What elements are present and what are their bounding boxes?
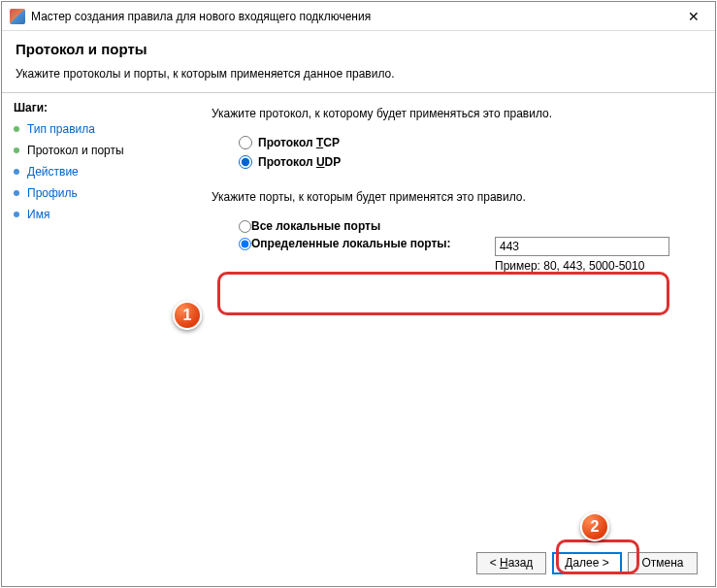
bullet-icon <box>14 212 19 217</box>
radio-all-ports-label: Все локальные порты <box>251 219 380 233</box>
specific-ports-label-col[interactable]: Определенные локальные порты: <box>239 237 477 250</box>
bullet-icon <box>14 169 19 175</box>
page-description: Укажите протоколы и порты, к которым при… <box>16 67 701 81</box>
step-name[interactable]: Имя <box>14 208 180 221</box>
header: Протокол и порты Укажите протоколы и пор… <box>2 31 715 93</box>
radio-udp-label: Протокол UDP <box>258 155 341 169</box>
cancel-button[interactable]: Отмена <box>628 552 698 574</box>
radio-all-ports[interactable] <box>239 220 251 233</box>
steps-panel: Шаги: Тип правила Протокол и порты Дейст… <box>2 93 192 539</box>
close-button[interactable]: ✕ <box>674 3 713 30</box>
next-button[interactable]: Далее >Далее <box>552 552 622 574</box>
step-label: Профиль <box>27 186 78 200</box>
step-profile[interactable]: Профиль <box>14 186 180 200</box>
step-label: Действие <box>27 165 79 179</box>
protocol-radio-group: Протокол TCP Протокол UDP <box>239 136 686 169</box>
radio-specific-ports[interactable] <box>239 238 251 250</box>
bullet-icon <box>14 126 19 132</box>
bullet-icon <box>14 147 19 153</box>
radio-specific-ports-label: Определенные локальные порты: <box>251 237 451 250</box>
window-title: Мастер создания правила для нового входя… <box>31 10 674 23</box>
radio-tcp[interactable] <box>239 136 252 149</box>
radio-tcp-label: Протокол TCP <box>258 136 340 149</box>
wizard-window: Мастер создания правила для нового входя… <box>1 1 716 587</box>
body: Шаги: Тип правила Протокол и порты Дейст… <box>2 93 715 539</box>
step-action[interactable]: Действие <box>14 165 180 179</box>
footer: < ННазадазад Далее >Далее Отмена <box>2 539 715 586</box>
ports-prompt: Укажите порты, к которым будет применятс… <box>212 190 686 204</box>
ports-radio-group: Все локальные порты Определенные локальн… <box>239 219 686 273</box>
page-title: Протокол и порты <box>16 41 701 57</box>
radio-udp[interactable] <box>239 155 252 169</box>
annotation-badge-2: 2 <box>580 512 609 541</box>
radio-tcp-row[interactable]: Протокол TCP <box>239 136 686 149</box>
port-input[interactable] <box>495 237 669 256</box>
step-protocol-ports[interactable]: Протокол и порты <box>14 144 180 157</box>
radio-all-ports-row[interactable]: Все локальные порты <box>239 219 686 233</box>
radio-specific-ports-row: Определенные локальные порты: Пример: 80… <box>239 237 686 273</box>
step-label: Имя <box>27 208 49 221</box>
bullet-icon <box>14 190 19 196</box>
firewall-icon <box>10 9 25 24</box>
port-example: Пример: 80, 443, 5000-5010 <box>495 259 686 273</box>
step-label: Протокол и порты <box>27 144 124 157</box>
radio-udp-row[interactable]: Протокол UDP <box>239 155 686 169</box>
steps-title: Шаги: <box>14 101 180 114</box>
protocol-prompt: Укажите протокол, к которому будет приме… <box>212 107 686 120</box>
annotation-badge-1: 1 <box>173 301 202 330</box>
step-label: Тип правила <box>27 122 95 136</box>
step-rule-type[interactable]: Тип правила <box>14 122 180 136</box>
titlebar: Мастер создания правила для нового входя… <box>2 2 715 31</box>
main-panel: Укажите протокол, к которому будет приме… <box>192 93 715 539</box>
back-button[interactable]: < ННазадазад <box>476 552 546 574</box>
port-input-col: Пример: 80, 443, 5000-5010 <box>495 237 686 273</box>
